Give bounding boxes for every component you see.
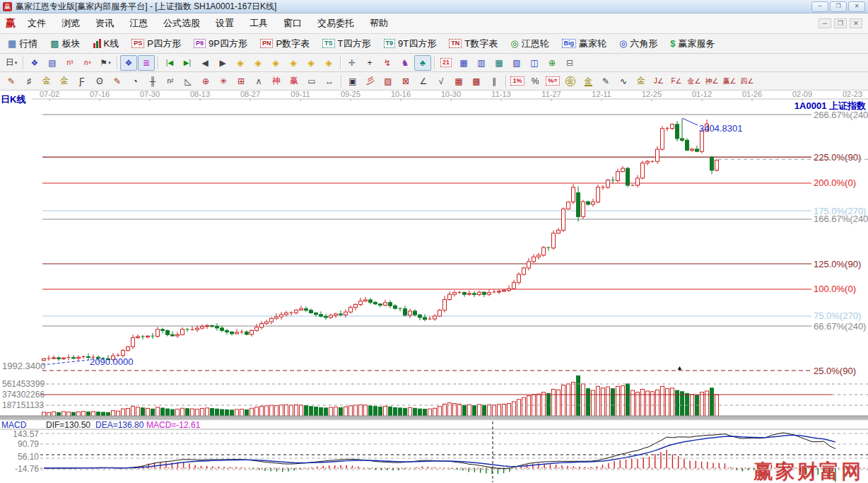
gann-box-tool[interactable]: ⊞ (233, 74, 250, 89)
save-button[interactable]: ◫ (526, 55, 543, 71)
winner-service-button[interactable]: $赢家服务 (665, 36, 720, 52)
pattern-chart-button[interactable]: ❖ (26, 55, 43, 71)
quotes-button[interactable]: ▦行情 (3, 36, 42, 52)
ruler-tool[interactable]: ▭ (303, 74, 320, 89)
menu-item-5[interactable]: 设置 (208, 16, 242, 31)
child-restore-button[interactable]: ❐ (834, 18, 847, 28)
pan-hand-button[interactable]: ✛ (344, 55, 360, 71)
spiral-tool[interactable]: ʘ (91, 74, 108, 89)
menu-item-0[interactable]: 文件 (20, 16, 54, 31)
gann-star-tool[interactable]: ✳ (215, 74, 232, 89)
j-angle-tool[interactable]: J∠ (650, 74, 667, 89)
import-button[interactable]: ⊟ (561, 55, 578, 71)
t-square-button[interactable]: TST四方形 (317, 36, 375, 52)
zoom-out-h-button[interactable]: ◈ (267, 55, 284, 71)
kline-button[interactable]: K线 (88, 36, 124, 52)
info-panel-button[interactable]: ▤ (44, 55, 61, 71)
calculator-button[interactable]: ▦ (455, 55, 472, 71)
kline-chart-svg[interactable]: 07-0207-1607-3008-1308-2709-1109-2510-16… (0, 91, 868, 483)
si-angle-tool[interactable]: 四∠ (739, 74, 756, 89)
9t-square-button[interactable]: T99T四方形 (379, 36, 442, 52)
time-circle-tool[interactable]: ◔ (127, 74, 143, 89)
pencil-tool[interactable]: ✎ (3, 74, 20, 89)
gann-target-tool[interactable]: ⊕ (197, 74, 214, 89)
wave9-button[interactable]: n⁹ (79, 55, 96, 71)
ying-angle-tool[interactable]: 赢∠ (721, 74, 738, 89)
menu-item-8[interactable]: 交易委托 (310, 16, 362, 31)
percent-lines-tool[interactable]: %= (544, 74, 561, 89)
restore-button[interactable]: ❐ (830, 1, 847, 12)
compress-view-button[interactable]: ❖ (120, 55, 137, 71)
menu-item-1[interactable]: 浏览 (54, 16, 88, 31)
fan-lines-tool[interactable]: 彡 (362, 74, 379, 89)
zoom-in-v-button[interactable]: ◈ (320, 55, 337, 71)
f-angle-tool[interactable]: F∠ (668, 74, 685, 89)
f-tool[interactable]: Ƒ (74, 74, 90, 89)
last-page-button[interactable]: ▶| (179, 55, 196, 71)
gold-grid2-tool[interactable]: 金 (56, 74, 73, 89)
wave-tool[interactable]: ∿ (615, 74, 632, 89)
zoom-in-h-button[interactable]: ◈ (285, 55, 302, 71)
export-button[interactable]: ⊕ (544, 55, 561, 71)
menu-item-6[interactable]: 工具 (242, 16, 276, 31)
menu-item-7[interactable]: 窗口 (276, 16, 310, 31)
span-arrows-tool[interactable]: ↔ (321, 74, 338, 89)
marker-pin-button[interactable]: ↯ (379, 55, 396, 71)
shift-left-button[interactable]: ◈ (232, 55, 249, 71)
flag-button[interactable]: ⚑▾ (97, 55, 114, 71)
menu-item-9[interactable]: 帮助 (362, 16, 396, 31)
minimize-button[interactable]: ─ (811, 1, 828, 12)
menu-item-4[interactable]: 公式选股 (156, 16, 208, 31)
gold-grid-tool[interactable]: 金 (38, 74, 55, 89)
data-table-button[interactable]: ▦ (491, 55, 508, 71)
kline-chart-canvas[interactable]: 07-0207-1607-3008-1308-2709-1109-2510-16… (0, 91, 868, 483)
check-lines-tool[interactable]: √ (433, 74, 450, 89)
gold-circle-tool[interactable]: 金 (562, 74, 579, 89)
cross-grid-tool[interactable]: ⊠ (397, 74, 414, 89)
notes-button[interactable]: ▨ (508, 55, 525, 71)
brain-button[interactable]: ♣ (414, 55, 431, 71)
p-square-button[interactable]: PSP四方形 (127, 36, 186, 52)
rect-select-tool[interactable]: ▣ (344, 74, 361, 89)
zoom-out-v-button[interactable]: ◈ (303, 55, 319, 71)
prev-bar-button[interactable]: ◀ (197, 55, 213, 71)
next-bar-button[interactable]: ▶ (214, 55, 231, 71)
report-button[interactable]: ▥ (473, 55, 490, 71)
measure-pencil-tool[interactable]: ✎ (109, 74, 126, 89)
volume-profile-button[interactable]: ≣ (138, 55, 155, 71)
angle-wing-tool[interactable]: ◺ (180, 74, 197, 89)
sectors-button[interactable]: ▩板块 (45, 36, 85, 52)
gann-line-tool[interactable]: ♯ (20, 74, 37, 89)
crosshair-button[interactable]: + (361, 55, 378, 71)
dense-grid-tool[interactable]: ▦ (450, 74, 467, 89)
t-digits-button[interactable]: TNT数字表 (444, 36, 503, 52)
k-wave-tool[interactable]: ʌ (250, 74, 267, 89)
gold-angle-tool[interactable]: 金∠ (686, 74, 703, 89)
period-day-button[interactable]: 日▾ (3, 55, 20, 71)
ying-tool[interactable]: 赢 (286, 74, 303, 89)
grid-rail-tool[interactable]: ╫ (144, 74, 161, 89)
close-button[interactable]: ✕ (848, 1, 865, 12)
wave3-button[interactable]: n³ (61, 55, 78, 71)
child-minimize-button[interactable]: ─ (819, 18, 831, 28)
winner-wheel-button[interactable]: Big赢家轮 (557, 36, 612, 52)
gold-lines-tool[interactable]: 金 (580, 74, 597, 89)
gann-wheel-button[interactable]: ◎江恩轮 (505, 36, 553, 52)
first-page-button[interactable]: |◀ (161, 55, 178, 71)
chess-button[interactable]: ♞ (397, 55, 414, 71)
shen-tool[interactable]: 神 (268, 74, 285, 89)
trend-angle-tool[interactable]: ∠ (415, 74, 432, 89)
child-close-button[interactable]: ✕ (850, 18, 862, 28)
brush-tool[interactable]: ✎ (597, 74, 614, 89)
9p-square-button[interactable]: P99P四方形 (189, 36, 252, 52)
shade-grid-tool[interactable]: ▨ (380, 74, 397, 89)
shen-angle-tool[interactable]: 神∠ (703, 74, 720, 89)
menu-item-2[interactable]: 资讯 (88, 16, 122, 31)
calendar-button[interactable]: 21 (438, 55, 454, 71)
dense-grid2-tool[interactable]: ▩ (468, 74, 485, 89)
n-square-tool[interactable]: n² (162, 74, 179, 89)
shift-right-button[interactable]: ◈ (250, 55, 266, 71)
gold-mid-tool[interactable]: 金 (633, 74, 650, 89)
p-digits-button[interactable]: PNP数字表 (255, 36, 315, 52)
percent-tool[interactable]: % (527, 74, 544, 89)
